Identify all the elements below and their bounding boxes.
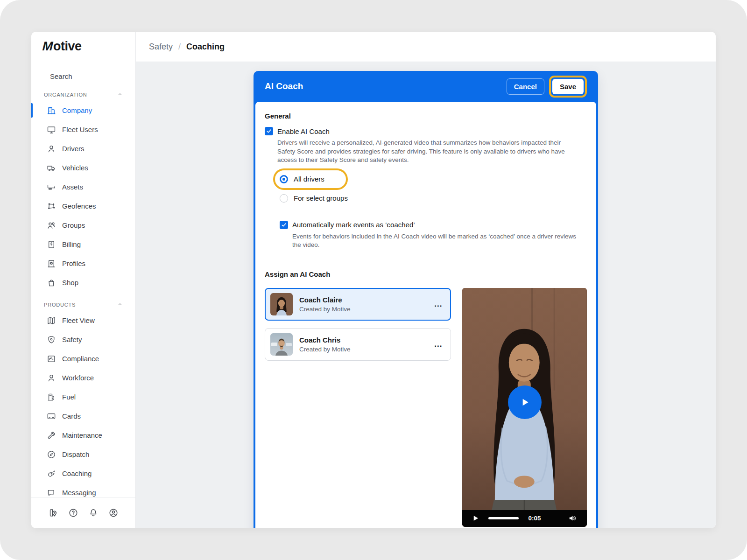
- coach-meta: Coach ClaireCreated by Motive: [299, 296, 428, 313]
- profile-gear-icon: [47, 259, 56, 268]
- auto-mark-checkbox[interactable]: [280, 221, 288, 229]
- breadcrumb-coaching: Coaching: [186, 42, 225, 52]
- motive-logo-m: M: [41, 39, 55, 54]
- notifications-bell-icon[interactable]: [88, 508, 99, 518]
- sidebar-item-label: Geofences: [62, 202, 96, 210]
- account-icon[interactable]: [108, 508, 119, 518]
- save-button[interactable]: Save: [552, 79, 584, 94]
- audience-option-for-select-groups: For select groups: [280, 193, 587, 204]
- breadcrumb: Safety / Coaching: [136, 32, 716, 62]
- monitor-icon: [47, 125, 56, 134]
- coach-more-menu-icon[interactable]: ...: [434, 342, 442, 347]
- whistle-icon: [47, 469, 56, 478]
- radio-selected[interactable]: [280, 175, 288, 183]
- person-icon: [47, 144, 56, 154]
- fuel-pump-icon: [47, 392, 56, 402]
- sidebar-item-label: Fuel: [62, 393, 76, 401]
- sidebar-item-company[interactable]: Company: [31, 101, 135, 120]
- sidebar-item-safety[interactable]: Safety: [31, 330, 135, 349]
- sidebar-section-header-organization[interactable]: ORGANIZATION: [31, 89, 135, 101]
- invoice-icon: [47, 240, 56, 249]
- video-controls: 0:05: [462, 510, 587, 527]
- sidebar-section-header-products[interactable]: PRODUCTS: [31, 299, 135, 311]
- sidebar-item-label: Cards: [62, 412, 81, 420]
- sidebar-item-label: Dispatch: [62, 450, 89, 458]
- sidebar-search[interactable]: Search: [31, 67, 135, 85]
- radio-unselected[interactable]: [280, 194, 288, 203]
- cancel-button[interactable]: Cancel: [507, 78, 544, 95]
- video-play-icon[interactable]: [472, 515, 479, 522]
- sidebar-item-dispatch[interactable]: Dispatch: [31, 445, 135, 464]
- auto-mark-block: Automatically mark events as ‘coached’ E…: [280, 220, 587, 250]
- sidebar-item-messaging[interactable]: Messaging: [31, 483, 135, 497]
- coach-claire-avatar: [270, 293, 293, 315]
- sidebar-item-vehicles[interactable]: Vehicles: [31, 158, 135, 177]
- wrench-icon: [47, 431, 56, 440]
- sidebar-item-profiles[interactable]: Profiles: [31, 254, 135, 273]
- ai-coach-panel-body: General Enable AI Coach Drivers will rec…: [255, 102, 596, 528]
- coach-card-coach-chris[interactable]: Coach ChrisCreated by Motive...: [265, 328, 451, 361]
- enable-ai-coach-label: Enable AI Coach: [277, 127, 330, 135]
- sidebar-item-groups[interactable]: Groups: [31, 216, 135, 235]
- coach-meta: Coach ChrisCreated by Motive: [299, 336, 428, 353]
- sidebar-item-label: Workforce: [62, 374, 94, 382]
- sidebar-item-label: Vehicles: [62, 164, 88, 172]
- compass-icon: [47, 450, 56, 459]
- sidebar-item-label: Fleet View: [62, 316, 95, 324]
- map-icon: [47, 316, 56, 325]
- enable-ai-coach-row: Enable AI Coach: [265, 126, 587, 136]
- sidebar-item-label: Messaging: [62, 489, 96, 497]
- shield-icon: [47, 335, 56, 344]
- enable-ai-coach-checkbox[interactable]: [265, 127, 273, 135]
- volume-icon[interactable]: [568, 514, 577, 523]
- sidebar-nav: ORGANIZATIONCompanyFleet UsersDriversVeh…: [31, 89, 135, 497]
- play-button[interactable]: [508, 385, 542, 419]
- sidebar-search-label: Search: [50, 72, 72, 80]
- all-drivers-highlight-ring: All drivers: [273, 168, 348, 190]
- sidebar-item-fleet-view[interactable]: Fleet View: [31, 311, 135, 330]
- sidebar-item-label: Maintenance: [62, 431, 102, 439]
- sidebar-item-drivers[interactable]: Drivers: [31, 139, 135, 158]
- breadcrumb-safety[interactable]: Safety: [149, 42, 173, 52]
- assign-row: Coach ClaireCreated by Motive...Coach Ch…: [265, 288, 587, 527]
- sidebar-item-label: Assets: [62, 183, 83, 191]
- trailer-icon: [47, 182, 56, 192]
- coach-list: Coach ClaireCreated by Motive...Coach Ch…: [265, 288, 451, 527]
- sidebar-item-label: Fleet Users: [62, 126, 98, 133]
- coach-name: Coach Claire: [299, 296, 428, 304]
- sidebar-item-label: Safety: [62, 336, 82, 343]
- chevron-up-icon: [117, 91, 123, 98]
- coach-video-player[interactable]: 0:05: [462, 288, 587, 527]
- video-timestamp: 0:05: [528, 515, 541, 522]
- sidebar-item-fuel[interactable]: Fuel: [31, 387, 135, 406]
- coach-more-menu-icon[interactable]: ...: [434, 302, 442, 307]
- audience-option-all-drivers: All drivers: [280, 174, 324, 185]
- sidebar-item-label: Coaching: [62, 469, 92, 477]
- guidebook-location-icon[interactable]: [48, 508, 58, 518]
- chart-square-icon: [47, 354, 56, 364]
- help-icon[interactable]: [68, 508, 78, 518]
- coach-subtitle: Created by Motive: [299, 306, 428, 313]
- sidebar-item-label: Shop: [62, 279, 78, 287]
- sidebar-item-compliance[interactable]: Compliance: [31, 349, 135, 368]
- video-progress-bar[interactable]: [488, 517, 519, 519]
- panel-title: AI Coach: [265, 81, 303, 91]
- sidebar-section-label: PRODUCTS: [44, 302, 76, 308]
- audience-radio-group: All driversFor select groups: [273, 168, 587, 204]
- sidebar-item-fleet-users[interactable]: Fleet Users: [31, 120, 135, 139]
- sidebar-item-shop[interactable]: Shop: [31, 273, 135, 292]
- sidebar-item-assets[interactable]: Assets: [31, 177, 135, 196]
- radio-label: All drivers: [294, 175, 324, 183]
- motive-logo: Motive: [42, 39, 82, 54]
- sidebar-item-maintenance[interactable]: Maintenance: [31, 426, 135, 445]
- app-window: Motive Search ORGANIZATIONCompanyFleet U…: [31, 32, 716, 528]
- enable-ai-coach-description: Drivers will receive a personalized, AI-…: [277, 139, 576, 165]
- sidebar-item-cards[interactable]: Cards: [31, 406, 135, 426]
- sidebar-item-coaching[interactable]: Coaching: [31, 464, 135, 483]
- sidebar-section-label: ORGANIZATION: [44, 92, 87, 98]
- sidebar-item-geofences[interactable]: Geofences: [31, 196, 135, 216]
- sidebar-item-billing[interactable]: Billing: [31, 235, 135, 254]
- sidebar-item-workforce[interactable]: Workforce: [31, 368, 135, 387]
- coach-card-coach-claire[interactable]: Coach ClaireCreated by Motive...: [265, 288, 451, 321]
- sidebar-item-label: Company: [62, 106, 92, 114]
